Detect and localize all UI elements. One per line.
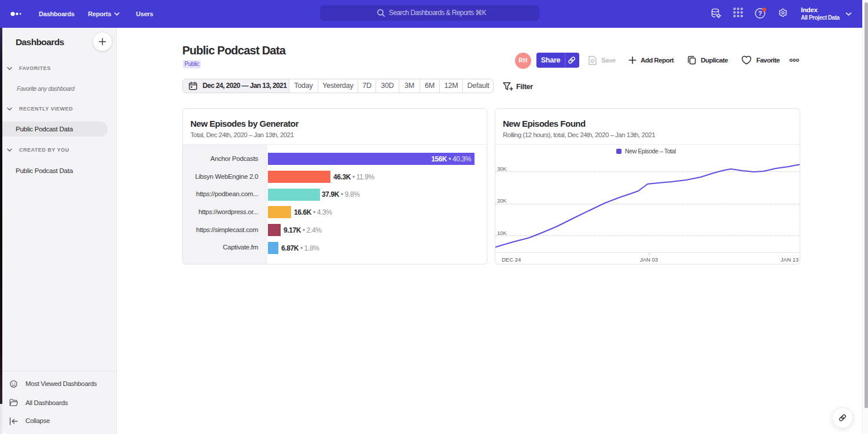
- svg-text:?: ?: [758, 10, 762, 17]
